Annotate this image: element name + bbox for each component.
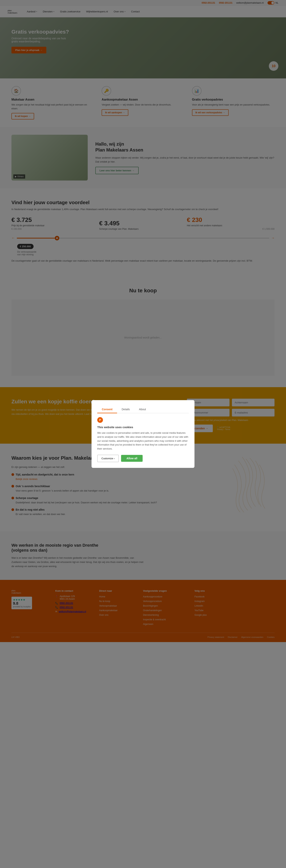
cookie-modal-tabs: Consent Details About (97, 406, 189, 413)
customize-button[interactable]: Customize › (97, 455, 119, 462)
cookie-actions: Customize › Allow all (97, 455, 189, 462)
cookie-tab-consent[interactable]: Consent (97, 406, 117, 413)
cookie-modal-overlay[interactable]: Consent Details About P This website use… (0, 0, 286, 642)
cookie-tab-about[interactable]: About (134, 406, 151, 413)
allow-all-button[interactable]: Allow all (121, 455, 142, 462)
cookie-logo: P (97, 417, 103, 423)
cookie-modal: Consent Details About P This website use… (92, 400, 194, 468)
cookie-title: This website uses cookies (97, 426, 189, 429)
cookie-tab-details[interactable]: Details (117, 406, 134, 413)
cookie-description: We use cookies to personalise content an… (97, 431, 189, 451)
